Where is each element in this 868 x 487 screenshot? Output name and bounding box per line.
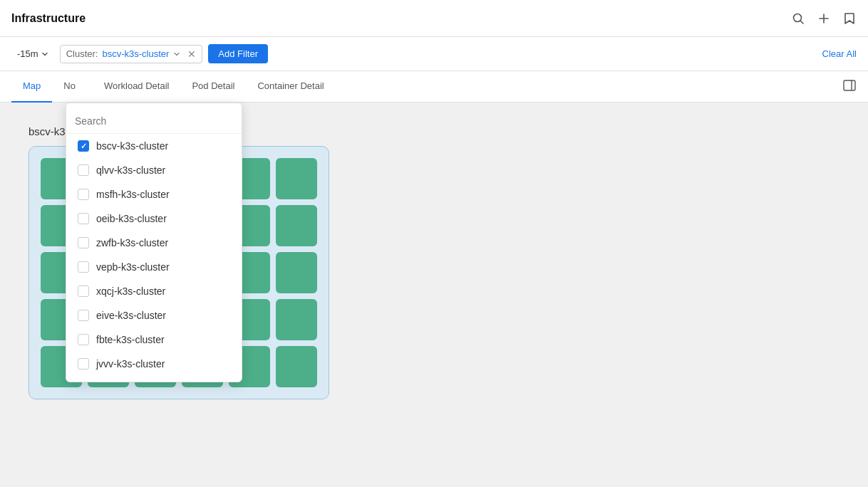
bookmark-icon[interactable] bbox=[842, 11, 857, 26]
dropdown-item[interactable]: zwfb-k3s-cluster bbox=[66, 231, 242, 255]
dropdown-item[interactable]: bscv-k3s-cluster bbox=[66, 134, 242, 158]
cluster-filter-close[interactable]: ✕ bbox=[187, 48, 196, 60]
svg-rect-4 bbox=[844, 80, 855, 90]
node-cell[interactable] bbox=[276, 346, 317, 387]
dropdown-item[interactable]: eive-k3s-cluster bbox=[66, 303, 242, 328]
checkbox[interactable] bbox=[78, 261, 89, 273]
header: Infrastructure bbox=[0, 0, 868, 37]
tab-node[interactable]: No bbox=[52, 71, 87, 103]
node-cell[interactable] bbox=[276, 205, 317, 246]
dropdown-item[interactable]: vepb-k3s-cluster bbox=[66, 255, 242, 279]
plus-icon[interactable] bbox=[817, 11, 831, 26]
chevron-down-icon bbox=[173, 51, 180, 58]
dropdown-item[interactable]: oeib-k3s-cluster bbox=[66, 206, 242, 231]
dropdown-item[interactable]: msfh-k3s-cluster bbox=[66, 182, 242, 206]
time-filter-label: -15m bbox=[17, 48, 38, 59]
dropdown-item-label: jvvv-k3s-cluster bbox=[96, 358, 165, 370]
checkbox[interactable] bbox=[78, 213, 89, 224]
time-filter[interactable]: -15m bbox=[11, 46, 54, 62]
svg-point-0 bbox=[794, 14, 802, 21]
dropdown-item-label: bscv-k3s-cluster bbox=[96, 140, 168, 152]
node-cell[interactable] bbox=[276, 299, 317, 340]
chevron-down-icon bbox=[41, 51, 48, 58]
dropdown-item-label: xqcj-k3s-cluster bbox=[96, 286, 165, 297]
dropdown-item[interactable]: fbte-k3s-cluster bbox=[66, 328, 242, 352]
dropdown-item-label: msfh-k3s-cluster bbox=[96, 189, 170, 200]
tab-map[interactable]: Map bbox=[11, 71, 52, 103]
dropdown-item-label: oeib-k3s-cluster bbox=[96, 213, 167, 224]
svg-line-1 bbox=[801, 21, 804, 23]
dropdown-item-label: zwfb-k3s-cluster bbox=[96, 237, 168, 248]
dropdown-item-label: vepb-k3s-cluster bbox=[96, 261, 170, 273]
checkbox[interactable] bbox=[78, 189, 89, 200]
cluster-filter-label: Cluster: bbox=[66, 48, 98, 59]
dropdown-item[interactable]: jvvv-k3s-cluster bbox=[66, 352, 242, 376]
checkbox[interactable] bbox=[78, 140, 89, 152]
tab-container-detail[interactable]: Container Detail bbox=[246, 71, 335, 103]
dropdown-item-label: eive-k3s-cluster bbox=[96, 310, 166, 321]
header-actions bbox=[791, 11, 857, 26]
checkbox[interactable] bbox=[78, 358, 89, 370]
cluster-filter-value: bscv-k3s-cluster bbox=[102, 48, 169, 59]
dropdown-search-container bbox=[66, 109, 242, 134]
tab-workload-detail[interactable]: Workload Detail bbox=[93, 71, 181, 103]
main-content: bscv-k3s-clusterqlvv-k3s-clustermsfh-k3s… bbox=[0, 103, 868, 487]
tab-pod-detail[interactable]: Pod Detail bbox=[180, 71, 246, 103]
node-cell[interactable] bbox=[276, 252, 317, 293]
add-filter-button[interactable]: Add Filter bbox=[208, 44, 268, 63]
filter-bar: -15m Cluster: bscv-k3s-cluster ✕ Add Fil… bbox=[0, 37, 868, 71]
app-title: Infrastructure bbox=[11, 12, 86, 25]
tabs-row: Map No Workload Detail Pod Detail Contai… bbox=[0, 71, 868, 103]
dropdown-item[interactable]: qlvv-k3s-cluster bbox=[66, 158, 242, 182]
cluster-filter[interactable]: Cluster: bscv-k3s-cluster ✕ bbox=[60, 45, 203, 63]
cluster-dropdown: bscv-k3s-clusterqlvv-k3s-clustermsfh-k3s… bbox=[66, 103, 242, 382]
dropdown-search-input[interactable] bbox=[75, 115, 233, 127]
checkbox[interactable] bbox=[78, 237, 89, 248]
dropdown-item-label: qlvv-k3s-cluster bbox=[96, 164, 165, 176]
search-icon[interactable] bbox=[791, 11, 805, 26]
panel-toggle-button[interactable] bbox=[842, 78, 857, 95]
checkbox[interactable] bbox=[78, 286, 89, 297]
checkbox[interactable] bbox=[78, 164, 89, 176]
checkbox[interactable] bbox=[78, 310, 89, 321]
dropdown-item-label: fbte-k3s-cluster bbox=[96, 334, 165, 345]
checkbox[interactable] bbox=[78, 334, 89, 345]
node-cell[interactable] bbox=[276, 158, 317, 199]
clear-all-button[interactable]: Clear All bbox=[822, 48, 857, 59]
dropdown-item[interactable]: xqcj-k3s-cluster bbox=[66, 279, 242, 303]
